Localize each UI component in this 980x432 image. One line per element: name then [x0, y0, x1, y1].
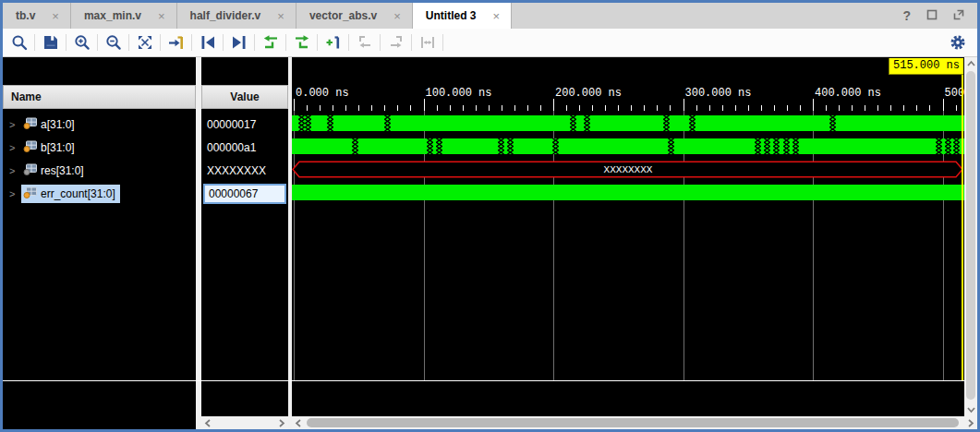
ruler-tick — [657, 105, 658, 111]
expand-chevron-icon[interactable]: > — [9, 165, 18, 176]
ruler-tick — [787, 105, 788, 111]
ruler-tick — [722, 105, 723, 111]
ruler-tick — [865, 105, 865, 111]
expand-chevron-icon[interactable]: > — [9, 188, 18, 199]
signal-name-label: a[31:0] — [41, 118, 75, 131]
ruler-tick — [333, 105, 333, 111]
scrollbar-thumb[interactable] — [307, 418, 959, 427]
signal-value-panel: 00000017 000000a1 XXXXXXXX 00000067 — [201, 57, 288, 416]
go-to-next-edge-icon[interactable] — [289, 31, 314, 54]
toolbar-separator — [160, 34, 161, 51]
close-icon[interactable]: × — [277, 9, 284, 23]
ruler-tick — [450, 105, 451, 111]
scroll-up-icon[interactable] — [964, 57, 977, 70]
bus-transition-mark — [764, 138, 770, 154]
wave-vertical-scrollbar[interactable] — [964, 57, 977, 416]
toolbar-separator — [97, 34, 98, 51]
dock-icon[interactable] — [926, 7, 938, 24]
signal-row-err-count[interactable]: > err_count[31:0] — [3, 182, 196, 205]
unknown-bus-value: XXXXXXXX — [292, 161, 964, 178]
settings-gear-icon[interactable] — [945, 31, 970, 54]
scroll-left-icon[interactable] — [201, 416, 214, 429]
bus-transition-mark — [570, 115, 576, 131]
time-cursor[interactable] — [962, 73, 963, 380]
tab-vector-abs-v[interactable]: vector_abs.v × — [296, 3, 413, 29]
tab-label: tb.v — [16, 9, 35, 22]
tab-label: Untitled 3 — [426, 9, 477, 22]
add-marker-icon[interactable] — [321, 31, 345, 54]
float-icon[interactable] — [953, 7, 964, 24]
close-icon[interactable]: × — [52, 9, 59, 23]
bus-signal-icon — [23, 186, 37, 201]
previous-transition-icon[interactable] — [195, 31, 220, 54]
marker-to-left-icon[interactable] — [352, 31, 377, 54]
tab-label: max_min.v — [84, 9, 141, 22]
bus-transition-mark — [945, 138, 951, 154]
signal-row-b[interactable]: > b[31:0] — [3, 136, 196, 159]
bus-transition-mark — [755, 138, 761, 154]
waveform-display[interactable]: 515.000 ns 0.000 ns100.000 ns200.000 ns3… — [292, 57, 964, 416]
snap-to-transition-icon[interactable] — [415, 31, 440, 54]
tab-untitled-3[interactable]: Untitled 3 × — [413, 3, 512, 29]
help-icon[interactable]: ? — [902, 8, 911, 23]
search-icon[interactable] — [6, 31, 31, 54]
save-wave-config-icon[interactable] — [38, 31, 63, 54]
signal-value-a[interactable]: 00000017 — [201, 113, 288, 136]
selected-value-cell[interactable]: 00000067 — [203, 184, 286, 204]
ruler-tick — [618, 105, 619, 111]
signal-row-a[interactable]: > a[31:0] — [3, 113, 196, 136]
ruler-tick — [631, 105, 632, 111]
signal-value-err-count[interactable]: 00000067 — [201, 182, 288, 205]
close-icon[interactable]: × — [158, 9, 165, 23]
bus-transition-mark — [792, 138, 799, 154]
zoom-fit-icon[interactable] — [132, 31, 157, 54]
scroll-right-icon[interactable] — [275, 416, 288, 429]
tab-tb-v[interactable]: tb.v × — [3, 3, 71, 29]
scroll-right-icon[interactable] — [964, 416, 977, 429]
name-column-header[interactable]: Name — [3, 85, 196, 109]
bus-transition-mark — [953, 138, 960, 154]
close-icon[interactable]: × — [493, 9, 501, 23]
tab-max-min-v[interactable]: max_min.v × — [71, 3, 177, 29]
zoom-out-icon[interactable] — [101, 31, 126, 54]
value-horizontal-scrollbar[interactable] — [201, 416, 288, 429]
ruler-tick — [890, 105, 891, 111]
ruler-tick — [916, 105, 917, 111]
wave-horizontal-scrollbar[interactable] — [292, 416, 977, 429]
bus-transition-mark — [436, 138, 442, 154]
bus-transition-mark — [783, 138, 790, 154]
panel-divider[interactable] — [196, 57, 201, 429]
ruler-tick — [735, 105, 736, 111]
value-text: 000000a1 — [207, 141, 256, 154]
signal-name-label: b[31:0] — [41, 141, 75, 154]
toolbar-separator — [285, 34, 286, 51]
ruler-tick — [670, 105, 671, 111]
ruler-tick-label: 0.000 ns — [296, 87, 349, 100]
signal-value-b[interactable]: 000000a1 — [201, 136, 288, 159]
next-transition-icon[interactable] — [226, 31, 251, 54]
close-icon[interactable]: × — [393, 9, 401, 23]
go-to-previous-edge-icon[interactable] — [258, 31, 283, 54]
scrollbar-thumb[interactable] — [966, 71, 975, 400]
bus-transition-mark — [384, 115, 391, 131]
signal-value-res[interactable]: XXXXXXXX — [201, 159, 288, 182]
expand-chevron-icon[interactable]: > — [9, 119, 18, 130]
toolbar-separator — [254, 34, 255, 51]
marker-to-right-icon[interactable] — [383, 31, 408, 54]
tab-half-divider-v[interactable]: half_divider.v × — [177, 3, 296, 29]
scroll-down-icon[interactable] — [964, 403, 977, 416]
ruler-tick — [410, 105, 411, 111]
ruler-tick — [748, 105, 749, 111]
signal-row-res[interactable]: > res[31:0] — [3, 159, 196, 182]
scroll-left-icon[interactable] — [292, 416, 305, 429]
ruler-tick — [384, 105, 385, 111]
expand-chevron-icon[interactable]: > — [9, 142, 18, 153]
cursor-time-label: 515.000 ns — [889, 58, 963, 75]
bus-transition-mark — [352, 138, 358, 154]
toolbar-separator — [191, 34, 192, 51]
zoom-in-icon[interactable] — [69, 31, 94, 54]
go-to-cursor-icon[interactable] — [163, 31, 188, 54]
value-column-header[interactable]: Value — [201, 85, 288, 109]
ruler-tick — [294, 99, 295, 111]
wave-row-b — [292, 138, 964, 154]
